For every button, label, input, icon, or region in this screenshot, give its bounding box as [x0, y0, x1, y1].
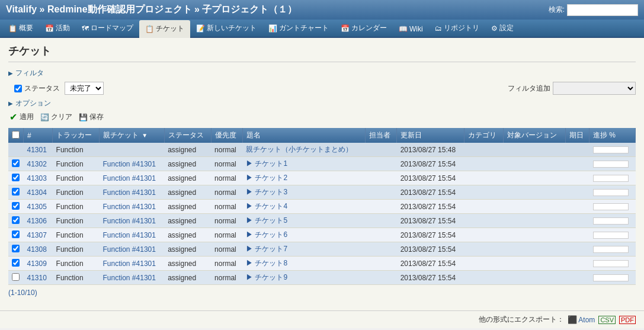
- nav-item-calendar[interactable]: 📅カレンダー: [335, 20, 393, 37]
- ticket-id-link[interactable]: 41302: [27, 160, 47, 168]
- ticket-id-link[interactable]: 41306: [27, 217, 47, 225]
- nav-item-new-ticket[interactable]: 📝新しいチケット: [190, 20, 262, 37]
- parent-ticket-link[interactable]: Function #41301: [103, 160, 156, 168]
- search-input[interactable]: [567, 4, 638, 16]
- row-checkbox[interactable]: [12, 188, 20, 196]
- nav-item-repository[interactable]: 🗂リポジトリ: [429, 20, 485, 37]
- status-filter-select[interactable]: 未完了: [65, 82, 104, 95]
- parent-ticket-link[interactable]: Function #41301: [103, 188, 156, 197]
- ticket-due: [566, 200, 589, 214]
- ticket-id-link[interactable]: 41310: [27, 274, 47, 282]
- ticket-updated: 2013/08/27 15:54: [397, 200, 464, 214]
- progress-bar-outer: [593, 217, 629, 225]
- parent-ticket-link[interactable]: Function #41301: [103, 174, 156, 182]
- nav-item-overview[interactable]: 📋概要: [2, 20, 39, 37]
- pdf-export-link[interactable]: PDF: [619, 316, 636, 324]
- ticket-subject-link[interactable]: ▶ チケット4: [246, 202, 287, 210]
- ticket-id-link[interactable]: 41301: [27, 146, 47, 154]
- ticket-due: [566, 257, 589, 271]
- ticket-id: 41307: [24, 228, 53, 242]
- table-row: 41308FunctionFunction #41301assignednorm…: [8, 242, 636, 257]
- col-priority[interactable]: 優先度: [211, 128, 242, 143]
- parent-ticket-link[interactable]: Function #41301: [103, 259, 156, 268]
- row-checkbox[interactable]: [12, 230, 20, 238]
- ticket-status: assigned: [164, 257, 211, 271]
- filter-add-select[interactable]: [553, 82, 636, 95]
- parent-ticket-link[interactable]: Function #41301: [103, 203, 156, 211]
- ticket-due: [566, 171, 589, 185]
- row-checkbox[interactable]: [12, 245, 20, 252]
- ticket-id-link[interactable]: 41303: [27, 174, 47, 182]
- ticket-priority: normal: [211, 271, 242, 285]
- ticket-subject: ▶ チケット6: [242, 228, 366, 242]
- row-checkbox[interactable]: [12, 202, 20, 210]
- row-checkbox[interactable]: [12, 216, 20, 224]
- col-checkbox: [8, 128, 24, 143]
- ticket-subject-link[interactable]: ▶ チケット9: [246, 273, 287, 281]
- nav-item-activity[interactable]: 📅活動: [39, 20, 76, 37]
- ticket-subject-link[interactable]: 親チケット（小チケットまとめ）: [246, 145, 353, 153]
- pagination-label[interactable]: (1-10/10): [8, 289, 37, 297]
- row-checkbox[interactable]: [12, 174, 20, 181]
- ticket-updated: 2013/08/27 15:54: [397, 228, 464, 242]
- wiki-nav-label: Wiki: [409, 25, 423, 33]
- ticket-id-link[interactable]: 41305: [27, 203, 47, 211]
- ticket-version: [504, 257, 566, 271]
- ticket-subject-link[interactable]: ▶ チケット2: [246, 174, 287, 182]
- col-assignee[interactable]: 担当者: [366, 128, 397, 143]
- ticket-subject-link[interactable]: ▶ チケット1: [246, 159, 287, 168]
- select-all-checkbox[interactable]: [12, 131, 20, 139]
- ticket-subject-link[interactable]: ▶ チケット7: [246, 245, 287, 253]
- save-button[interactable]: 💾 保存: [78, 112, 104, 122]
- nav-item-roadmap[interactable]: 🗺ロードマップ: [76, 20, 139, 37]
- ticket-subject-link[interactable]: ▶ チケット6: [246, 230, 287, 239]
- page-title: チケット: [8, 44, 636, 62]
- col-tracker[interactable]: トラッカー: [53, 128, 100, 143]
- row-checkbox[interactable]: [12, 259, 20, 267]
- parent-ticket-link[interactable]: Function #41301: [103, 217, 156, 225]
- col-parent[interactable]: 親チケット ▼: [100, 128, 165, 143]
- status-checkbox-label[interactable]: ステータス: [14, 84, 60, 94]
- csv-export-link[interactable]: CSV: [598, 316, 616, 324]
- status-checkbox[interactable]: [14, 85, 22, 92]
- ticket-category: [464, 157, 504, 171]
- progress-bar-outer: [593, 260, 629, 267]
- table-header-row: # トラッカー 親チケット ▼ ステータス 優先度 題名 担当者 更新日 カテゴ…: [8, 128, 636, 143]
- nav-item-settings[interactable]: ⚙設定: [485, 20, 520, 37]
- ticket-subject-link[interactable]: ▶ チケット3: [246, 188, 287, 196]
- ticket-subject-link[interactable]: ▶ チケット5: [246, 216, 287, 225]
- row-checkbox[interactable]: [12, 159, 20, 167]
- filter-toggle[interactable]: ▶ フィルタ: [8, 68, 636, 78]
- ticket-id-link[interactable]: 41304: [27, 188, 47, 197]
- nav-item-wiki[interactable]: 📖Wiki: [393, 21, 429, 37]
- options-arrow-icon: ▶: [8, 100, 13, 107]
- ticket-priority: normal: [211, 157, 242, 171]
- clear-button[interactable]: 🔄 クリア: [40, 112, 72, 122]
- progress-bar-outer: [593, 232, 629, 239]
- ticket-due: [566, 228, 589, 242]
- nav-item-tickets[interactable]: 📋チケット: [139, 20, 190, 38]
- ticket-assignee: [366, 157, 397, 171]
- ticket-subject-link[interactable]: ▶ チケット8: [246, 259, 287, 267]
- col-subject[interactable]: 題名: [242, 128, 366, 143]
- ticket-id-link[interactable]: 41308: [27, 245, 47, 254]
- nav-item-gantt[interactable]: 📊ガントチャート: [262, 20, 335, 37]
- col-updated[interactable]: 更新日: [397, 128, 464, 143]
- col-due[interactable]: 期日: [566, 128, 589, 143]
- ticket-id-link[interactable]: 41309: [27, 259, 47, 268]
- col-status[interactable]: ステータス: [164, 128, 211, 143]
- parent-ticket-link[interactable]: Function #41301: [103, 274, 156, 282]
- col-progress[interactable]: 進捗 %: [589, 128, 636, 143]
- ticket-updated: 2013/08/27 15:54: [397, 157, 464, 171]
- col-id[interactable]: #: [24, 128, 53, 143]
- options-toggle[interactable]: ▶ オプション: [8, 98, 636, 108]
- ticket-id-link[interactable]: 41307: [27, 231, 47, 239]
- atom-export-link[interactable]: ⬛ Atom: [568, 315, 595, 324]
- parent-ticket-link[interactable]: Function #41301: [103, 245, 156, 254]
- parent-ticket-link[interactable]: Function #41301: [103, 231, 156, 239]
- col-category[interactable]: カテゴリ: [464, 128, 504, 143]
- apply-button[interactable]: ✔ 適用: [8, 112, 34, 122]
- ticket-category: [464, 228, 504, 242]
- row-checkbox[interactable]: [12, 273, 20, 281]
- col-version[interactable]: 対象バージョン: [504, 128, 566, 143]
